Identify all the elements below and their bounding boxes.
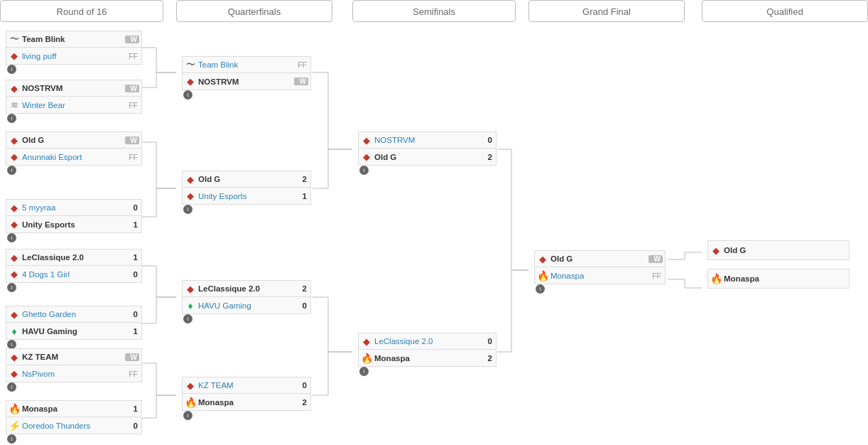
stage-r16: Round of 16 bbox=[0, 0, 163, 22]
qf-header: Quarterfinals bbox=[176, 0, 332, 22]
qf-m2-team2-name: Unity Esports bbox=[198, 192, 294, 200]
r16-match-2: ◆ NOSTRVM W ≋ Winter Bear FF i bbox=[6, 80, 142, 123]
qf-m3-team2-score: 0 bbox=[294, 301, 308, 310]
r16-m2-team1-score: W bbox=[125, 85, 139, 92]
sf-m2-team2: 🔥 Monaspa 2 bbox=[358, 350, 497, 367]
havu-icon-2: ♦ bbox=[185, 300, 196, 311]
dota-icon-11: ◆ bbox=[9, 368, 20, 380]
r16-m7-info[interactable]: i bbox=[7, 382, 16, 392]
dota-icon-7: ◆ bbox=[9, 252, 20, 263]
stage-sf: Semifinals bbox=[352, 0, 516, 22]
r16-m3-team1: ◆ Old G W bbox=[6, 132, 142, 149]
r16-m1-info[interactable]: i bbox=[7, 65, 16, 74]
qf-match-3: ◆ LeClassique 2.0 2 ♦ HAVU Gaming 0 i bbox=[182, 280, 311, 323]
r16-m7-team2-name: NsPivom bbox=[22, 370, 125, 378]
qf-m3-team1-score: 2 bbox=[294, 284, 308, 293]
r16-match-8: 🔥 Monaspa 1 ⚡ Ooredoo Thunders 0 i bbox=[6, 400, 142, 444]
r16-m2-team2: ≋ Winter Bear FF bbox=[6, 97, 142, 114]
gf-header: Grand Final bbox=[528, 0, 685, 22]
sf-m1-team1-score: 0 bbox=[479, 136, 494, 144]
gf-m1-team1-score: W bbox=[649, 255, 663, 263]
qf-match-1: 〜 Team Blink FF ◆ NOSTRVM W i bbox=[182, 56, 311, 100]
gf-m1-team1: ◆ Old G W bbox=[534, 250, 666, 267]
sf-m1-team2-score: 2 bbox=[479, 153, 494, 161]
bracket-wrapper: Round of 16 Quarterfinals Semifinals Gra… bbox=[0, 0, 868, 445]
stage-qf: Quarterfinals bbox=[176, 0, 332, 22]
r16-m1-team2-name: living puff bbox=[22, 52, 125, 60]
r16-m8-team2-score: 0 bbox=[125, 422, 139, 430]
q-team2-name: Monaspa bbox=[724, 274, 847, 283]
dota-icon-21: ◆ bbox=[710, 245, 722, 256]
stripe-icon: ≋ bbox=[9, 100, 20, 111]
sf-m2-team1: ◆ LeClassique 2.0 0 bbox=[358, 333, 497, 350]
dota-icon-2: ◆ bbox=[9, 82, 20, 94]
dota-icon-20: ◆ bbox=[537, 253, 548, 264]
r16-m6-team1-name: Ghetto Garden bbox=[22, 310, 125, 318]
sf-m1-team1-name: NOSTRVM bbox=[374, 136, 479, 144]
qf-m4-team2-name: Monaspa bbox=[198, 398, 294, 407]
gf-m1-team1-name: Old G bbox=[550, 254, 649, 263]
qf-m4-team1: ◆ KZ TEAM 0 bbox=[182, 377, 311, 394]
dota-icon-17: ◆ bbox=[361, 134, 372, 146]
stage-q: Qualified bbox=[702, 0, 868, 22]
r16-m8-team1-name: Monaspa bbox=[22, 404, 125, 413]
qf-m1-info[interactable]: i bbox=[183, 90, 192, 100]
sf-m2-info[interactable]: i bbox=[359, 367, 369, 376]
dota-icon-18: ◆ bbox=[361, 151, 372, 163]
r16-m4-info[interactable]: i bbox=[7, 233, 16, 242]
r16-match-3: ◆ Old G W ◆ Anunnaki Esport FF i bbox=[6, 132, 142, 175]
sf-match-2: ◆ LeClassique 2.0 0 🔥 Monaspa 2 i bbox=[358, 333, 497, 376]
r16-match-7: ◆ KZ TEAM W ◆ NsPivom FF i bbox=[6, 348, 142, 392]
dota-icon-5: ◆ bbox=[9, 202, 20, 213]
r16-m8-team2: ⚡ Ooredoo Thunders 0 bbox=[6, 417, 142, 434]
r16-m5-team1: ◆ LeClassique 2.0 1 bbox=[6, 249, 142, 266]
gf-m1-info[interactable]: i bbox=[536, 284, 545, 294]
stage-gf: Grand Final bbox=[528, 0, 685, 22]
qf-m4-team1-score: 0 bbox=[294, 381, 308, 390]
r16-m1-team1-score: W bbox=[125, 36, 139, 43]
sf-m1-info[interactable]: i bbox=[359, 166, 369, 175]
qf-m2-team2: ◆ Unity Esports 1 bbox=[182, 188, 311, 205]
qf-m4-team1-name: KZ TEAM bbox=[198, 381, 294, 390]
dota-icon-19: ◆ bbox=[361, 336, 372, 347]
qf-m1-team1: 〜 Team Blink FF bbox=[182, 56, 311, 73]
r16-m6-team2-score: 1 bbox=[125, 327, 139, 336]
r16-m8-info[interactable]: i bbox=[7, 434, 16, 444]
r16-m6-team1: ◆ Ghetto Garden 0 bbox=[6, 306, 142, 323]
q-team1: ◆ Old G bbox=[707, 240, 850, 260]
r16-m5-info[interactable]: i bbox=[7, 283, 16, 292]
dota-icon-15: ◆ bbox=[185, 283, 196, 294]
r16-m4-team1-score: 0 bbox=[125, 203, 139, 212]
r16-m4-team2: ◆ Unity Esports 1 bbox=[6, 216, 142, 233]
r16-m7-team1-name: KZ TEAM bbox=[22, 353, 125, 361]
qf-m1-team1-score: FF bbox=[294, 60, 308, 69]
r16-m5-team1-score: 1 bbox=[125, 253, 139, 262]
r16-m1-team1-name: Team Blink bbox=[22, 35, 125, 43]
sf-m2-team2-name: Monaspa bbox=[374, 354, 479, 363]
qf-m2-info[interactable]: i bbox=[183, 205, 192, 214]
qf-m3-info[interactable]: i bbox=[183, 314, 192, 323]
r16-m8-team1: 🔥 Monaspa 1 bbox=[6, 400, 142, 417]
r16-header: Round of 16 bbox=[0, 0, 163, 22]
blink-icon: 〜 bbox=[9, 33, 20, 45]
qf-m1-team2-name: NOSTRVM bbox=[198, 77, 294, 86]
r16-match-4: ◆ 5 myyraa 0 ◆ Unity Esports 1 i bbox=[6, 199, 142, 242]
qf-m4-info[interactable]: i bbox=[183, 411, 192, 420]
r16-m3-team2-score: FF bbox=[125, 153, 139, 161]
sf-m1-team2-name: Old G bbox=[374, 153, 479, 161]
gf-m1-team2: 🔥 Monaspa FF bbox=[534, 267, 666, 284]
r16-m7-team2-score: FF bbox=[125, 370, 139, 378]
r16-m2-info[interactable]: i bbox=[7, 114, 16, 123]
qf-m4-team2-score: 2 bbox=[294, 398, 308, 407]
sf-m1-team1: ◆ NOSTRVM 0 bbox=[358, 132, 497, 149]
q-header: Qualified bbox=[702, 0, 868, 22]
dota-icon-1: ◆ bbox=[9, 50, 20, 62]
r16-m4-team1-name: 5 myyraa bbox=[22, 203, 125, 212]
dota-icon-16: ◆ bbox=[185, 380, 196, 391]
flame-icon-3: 🔥 bbox=[361, 353, 372, 364]
r16-m6-team1-score: 0 bbox=[125, 310, 139, 318]
r16-m8-team2-name: Ooredoo Thunders bbox=[22, 422, 125, 430]
dota-icon-6: ◆ bbox=[9, 219, 20, 230]
r16-m3-info[interactable]: i bbox=[7, 166, 16, 175]
dota-icon-4: ◆ bbox=[9, 151, 20, 163]
